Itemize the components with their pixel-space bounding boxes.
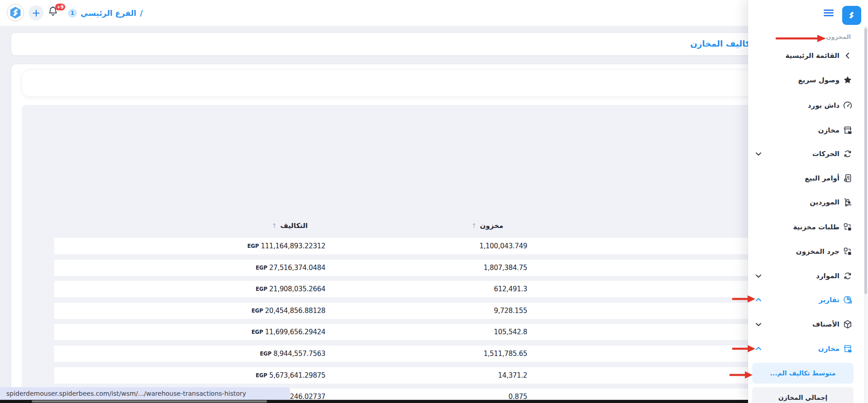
spiderbees-logo-icon — [846, 9, 858, 21]
currency-prefix: EGP — [252, 308, 263, 314]
breadcrumb-branch-label[interactable]: الفرع الرئيسي — [81, 9, 136, 18]
sidebar-subitem[interactable]: متوسط تكاليف الم... — [752, 363, 854, 384]
gauge-icon — [842, 100, 854, 111]
sidebar-item[interactable]: القائمة الرئيسية — [748, 43, 868, 68]
horizontal-scrollbar-thumb[interactable] — [32, 400, 267, 403]
cube-icon — [842, 318, 854, 330]
table-row[interactable]: EGP20,454,856.88128 9,728.155 — [54, 303, 856, 319]
cost-value: 111,164,893.22312 — [261, 242, 325, 250]
dolly-icon — [842, 196, 854, 208]
stock-value: 14,371.2 — [498, 371, 527, 379]
sidebar-item[interactable]: الحركات — [748, 142, 868, 166]
horizontal-scrollbar[interactable] — [0, 400, 748, 403]
currency-prefix: EGP — [252, 329, 263, 335]
star-icon — [842, 74, 854, 86]
sidebar-item-label: الموردين — [810, 190, 839, 214]
stock-cell: 14,371.2 — [498, 367, 527, 384]
chevron-down-icon[interactable] — [755, 321, 762, 327]
sidebar-item[interactable]: الأصناف — [748, 312, 868, 337]
branch-count-badge: 1 — [68, 9, 77, 18]
app-window: +9 1 الفرع الرئيسي / متوسط تكاليف المخاز… — [0, 0, 868, 403]
sidebar-item-label: أوامر البيع — [805, 166, 839, 190]
sort-ascending-icon[interactable]: ↑ — [272, 222, 277, 229]
notifications-button[interactable]: +9 — [48, 6, 61, 20]
table-row[interactable]: EGP111,164,893.22312 1,100,043.749 — [54, 238, 856, 254]
sidebar-item-label: طلبات مخزنية — [793, 215, 839, 239]
stock-cell: 1,807,384.75 — [483, 260, 527, 276]
sidebar-item[interactable]: جرد المخزون — [748, 239, 868, 264]
sidebar-item-label: الموارد — [816, 264, 839, 288]
store-icon — [842, 343, 854, 355]
cost-value: 8,944,557.7563 — [273, 350, 325, 358]
top-bar: +9 1 الفرع الرئيسي / — [0, 0, 868, 26]
sort-ascending-icon[interactable]: ↑ — [472, 222, 477, 229]
stock-value: 9,728.155 — [494, 307, 527, 315]
cost-cell: EGP8,944,557.7563 — [260, 346, 325, 362]
stock-value: 1,807,384.75 — [483, 264, 527, 272]
breadcrumb[interactable]: 1 الفرع الرئيسي / — [68, 0, 143, 26]
cost-cell: EGP21,908,035.2664 — [256, 281, 325, 297]
table-filter-bar[interactable] — [22, 70, 845, 97]
chevron-up-icon[interactable] — [755, 346, 762, 352]
currency-prefix: EGP — [256, 265, 267, 271]
sidebar-item[interactable]: وصول سريع — [748, 68, 868, 92]
report-table: ↑ التكاليف ↑ مخزون EGP111,164,893.22312 … — [22, 105, 845, 403]
navigation-sidebar: المخزون القائمة الرئيسية وصول سريع داش ب… — [748, 0, 868, 403]
table-row[interactable]: EGP27,516,374.0484 1,807,384.75 — [54, 260, 856, 276]
sidebar-item[interactable]: الموردين — [748, 190, 868, 214]
cost-value: 5,673,641.29875 — [269, 371, 325, 379]
annotation-arrow-reports-item — [731, 295, 756, 303]
sidebar-item[interactable]: داش بورد — [748, 93, 868, 118]
stock-cell: 105,542.8 — [494, 324, 527, 340]
stock-cell: 1,511,785.65 — [483, 346, 527, 362]
transfer-icon — [842, 221, 854, 233]
currency-prefix: EGP — [256, 372, 267, 379]
sidebar-scrollbar-thumb[interactable] — [864, 28, 867, 294]
stock-value: 105,542.8 — [494, 328, 527, 336]
stock-cell: 9,728.155 — [494, 303, 527, 319]
currency-prefix: EGP — [247, 243, 259, 249]
app-logo[interactable] — [842, 6, 861, 25]
pie-icon — [842, 294, 854, 306]
company-logo-icon — [9, 6, 22, 19]
user-avatar[interactable] — [7, 4, 24, 21]
sidebar-item[interactable]: الموارد — [748, 264, 868, 288]
table-row[interactable]: EGP11,699,656.29424 105,542.8 — [54, 324, 856, 340]
column-header-stock[interactable]: ↑ مخزون — [472, 222, 503, 230]
store-icon — [842, 124, 854, 136]
sidebar-item[interactable]: تقارير — [748, 288, 868, 312]
chevron-down-icon[interactable] — [755, 273, 762, 279]
sidebar-item-label: الحركات — [812, 142, 839, 166]
breadcrumb-separator: / — [140, 9, 143, 18]
annotation-arrow-warehouses-item — [731, 345, 756, 353]
chevron-down-icon[interactable] — [755, 151, 762, 157]
annotation-arrow-average-costs-subitem — [729, 371, 753, 379]
notifications-count-badge: +9 — [55, 4, 65, 10]
chevron-up-icon[interactable] — [755, 297, 762, 303]
sidebar-scrollbar[interactable] — [864, 26, 868, 403]
sidebar-item-label: وصول سريع — [798, 68, 839, 92]
stock-value: 612,491.3 — [494, 285, 527, 293]
column-header-label: التكاليف — [280, 222, 308, 230]
sidebar-item[interactable]: أوامر البيع — [748, 166, 868, 190]
cost-cell: EGP111,164,893.22312 — [247, 238, 325, 254]
sidebar-item[interactable]: مخازن — [748, 337, 868, 361]
receipt-icon — [842, 172, 854, 184]
cost-value: 21,908,035.2664 — [269, 285, 325, 293]
stock-value: 1,100,043.749 — [479, 242, 527, 250]
stock-cell: 612,491.3 — [494, 281, 527, 297]
add-button[interactable] — [29, 5, 43, 20]
cost-value: 11,699,656.29424 — [265, 328, 325, 336]
stock-cell: 1,100,043.749 — [479, 238, 527, 254]
sidebar-item-label: مخازن — [818, 337, 839, 361]
column-header-costs[interactable]: ↑ التكاليف — [272, 222, 308, 230]
sidebar-subitem[interactable]: إجمالي المخازن — [752, 387, 854, 403]
sidebar-item[interactable]: مخازن — [748, 118, 868, 142]
sidebar-item-label: مخازن — [818, 118, 839, 142]
column-header-label: مخزون — [480, 222, 503, 230]
currency-prefix: EGP — [256, 286, 267, 292]
menu-toggle-button[interactable] — [824, 9, 834, 16]
sidebar-section-label: المخزون — [826, 33, 851, 40]
sidebar-item-label: داش بورد — [808, 93, 839, 118]
sidebar-item[interactable]: طلبات مخزنية — [748, 215, 868, 239]
